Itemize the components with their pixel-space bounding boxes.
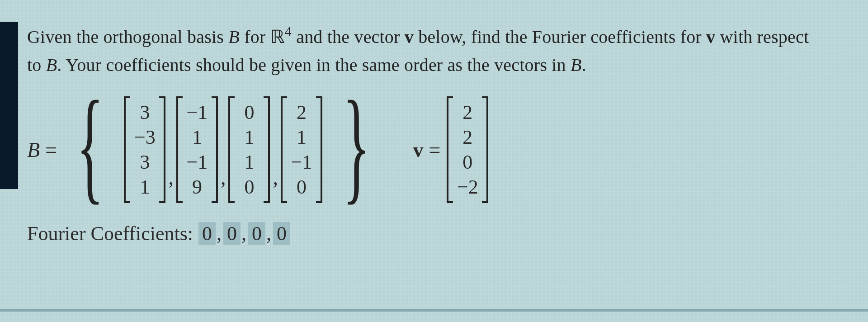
answer-row: Fourier Coefficients: 0, 0, 0, 0 [27, 222, 841, 245]
basis-label: B [27, 138, 40, 162]
prompt-text: and the vector [292, 27, 405, 47]
vector-entry: 1 [186, 125, 208, 150]
basis-symbol: B [46, 55, 57, 75]
vector-entry: 1 [238, 150, 260, 175]
left-bracket-icon [444, 96, 453, 203]
right-bracket-icon [264, 96, 273, 203]
prompt-text: with respect [715, 27, 809, 47]
vector-symbol: v [405, 27, 414, 47]
vector-entry: 3 [134, 100, 156, 125]
coefficient-list: 0, 0, 0, 0 [198, 222, 290, 245]
vector-entry: 0 [291, 175, 312, 199]
prompt-paragraph: Given the orthogonal basis B for ℝ4 and … [27, 22, 841, 79]
right-bracket-icon [316, 96, 325, 203]
right-bracket-icon [482, 96, 491, 203]
vector-definition: v = 2 2 0 −2 [413, 96, 492, 203]
basis-definition: B = { 3 −3 3 1 , [27, 96, 387, 203]
exponent: 4 [285, 24, 292, 38]
divider [0, 309, 868, 312]
vector-entry: 1 [134, 175, 156, 199]
vector-entry: −2 [457, 175, 478, 199]
vector-entry: 2 [457, 125, 478, 150]
right-bracket-icon [212, 96, 221, 203]
vector-entry: 0 [457, 150, 478, 175]
left-bracket-icon [121, 96, 130, 203]
real-symbol: ℝ [270, 27, 285, 47]
vector-entry: −1 [291, 150, 312, 175]
equals-sign: = [429, 138, 440, 162]
coefficient-input-3[interactable]: 0 [248, 222, 265, 245]
target-vector: 2 2 0 −2 [444, 96, 491, 203]
prompt-text: for [240, 27, 270, 47]
basis-vector-4: 2 1 −1 0 [278, 96, 325, 203]
vector-entry: 0 [238, 175, 260, 199]
vector-entry: −3 [134, 125, 156, 150]
coefficient-input-2[interactable]: 0 [223, 222, 241, 245]
comma-separator: , [221, 166, 226, 203]
comma-separator: , [266, 222, 271, 245]
problem-content: Given the orthogonal basis B for ℝ4 and … [0, 0, 868, 259]
comma-separator: , [273, 166, 278, 203]
vector-entry: 9 [186, 175, 208, 199]
left-brace-icon: { [76, 98, 104, 193]
right-brace-icon: } [343, 98, 370, 193]
comma-separator: , [168, 166, 174, 203]
basis-symbol: B [571, 55, 582, 75]
left-bracket-icon [174, 96, 183, 203]
vector-symbol: v [706, 27, 715, 47]
prompt-text: to [27, 55, 46, 75]
basis-vector-3: 0 1 1 0 [226, 96, 273, 203]
vector-entry: 2 [291, 100, 312, 125]
left-bracket-icon [278, 96, 287, 203]
prompt-text: . Your coefficients should be given in t… [57, 55, 571, 75]
vector-entry: −1 [186, 100, 208, 125]
prompt-text: below, find the Fourier coefficients for [414, 27, 706, 47]
basis-vector-list: 3 −3 3 1 , −1 1 −1 9 [120, 96, 326, 203]
vector-entry: 1 [291, 125, 312, 150]
answer-label: Fourier Coefficients: [27, 222, 193, 245]
vector-entry: 1 [238, 125, 260, 150]
right-bracket-icon [159, 96, 168, 203]
prompt-text: Given the orthogonal basis [27, 27, 228, 47]
vector-entry: 2 [457, 100, 478, 125]
coefficient-input-1[interactable]: 0 [198, 222, 216, 245]
vector-entry: −1 [186, 150, 208, 175]
prompt-text: . [582, 55, 586, 75]
math-row: B = { 3 −3 3 1 , [27, 96, 841, 203]
vector-entry: 3 [134, 150, 156, 175]
vector-entry: 0 [238, 100, 260, 125]
equals-sign: = [45, 138, 57, 162]
basis-vector-1: 3 −3 3 1 [121, 96, 168, 203]
basis-symbol: B [228, 27, 240, 47]
comma-separator: , [241, 222, 246, 245]
basis-vector-2: −1 1 −1 9 [174, 96, 221, 203]
vector-label: v [413, 138, 423, 162]
left-bracket-icon [226, 96, 235, 203]
comma-separator: , [217, 222, 222, 245]
coefficient-input-4[interactable]: 0 [273, 222, 290, 245]
